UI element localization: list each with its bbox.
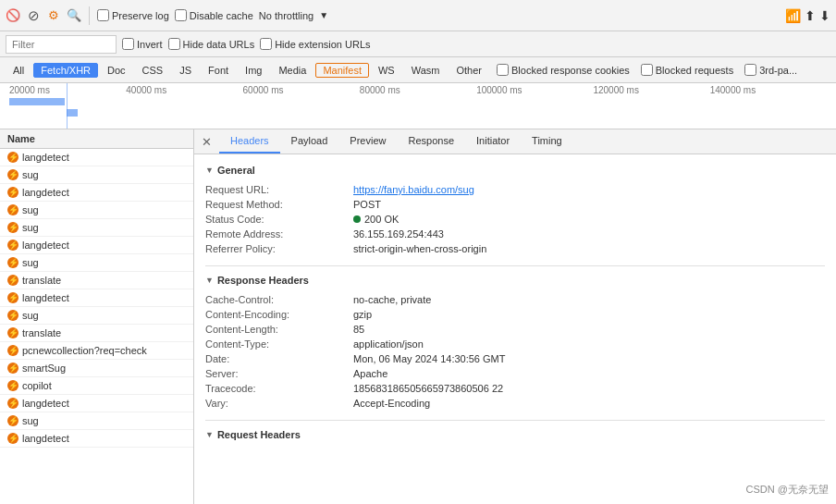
request-icon: ⚡ <box>7 363 18 374</box>
list-item[interactable]: ⚡translate <box>0 325 193 342</box>
list-item[interactable]: ⚡copilot <box>0 377 193 395</box>
list-item[interactable]: ⚡langdetect <box>0 289 193 307</box>
detail-tab-timing[interactable]: Timing <box>521 129 573 154</box>
list-item[interactable]: ⚡translate <box>0 272 193 289</box>
detail-content: General Request URL: https://fanyi.baidu… <box>194 154 836 450</box>
general-section-header[interactable]: General <box>205 160 825 180</box>
filter-icon[interactable]: ⚙ <box>46 8 61 23</box>
third-party-checkbox[interactable]: 3rd-pa... <box>744 64 797 76</box>
list-item[interactable]: ⚡langdetect <box>0 395 193 412</box>
request-method-row: Request Method: POST <box>205 197 825 212</box>
list-header: Name <box>0 129 193 149</box>
preserve-log-checkbox[interactable]: Preserve log <box>97 9 169 21</box>
content-length-value: 85 <box>353 324 364 335</box>
server-row: Server: Apache <box>205 366 825 381</box>
tab-img[interactable]: Img <box>238 63 269 78</box>
list-item[interactable]: ⚡langdetect <box>0 430 193 448</box>
tab-wasm[interactable]: Wasm <box>404 63 448 78</box>
toolbar: 🚫 ⊘ ⚙ 🔍 Preserve log Disable cache No th… <box>0 0 836 31</box>
tab-other[interactable]: Other <box>449 63 489 78</box>
list-item[interactable]: ⚡smartSug <box>0 360 193 377</box>
tracecode-label: Tracecode: <box>205 383 353 394</box>
date-label: Date: <box>205 353 353 364</box>
list-item[interactable]: ⚡sug <box>0 254 193 272</box>
list-item[interactable]: ⚡langdetect <box>0 149 193 166</box>
detail-tab-headers[interactable]: Headers <box>219 129 280 154</box>
search-icon[interactable]: 🔍 <box>67 8 81 23</box>
type-tabs-bar: All Fetch/XHR Doc CSS JS Font Img Media … <box>0 57 836 83</box>
referrer-policy-row: Referrer Policy: strict-origin-when-cros… <box>205 241 825 256</box>
response-headers-section-header[interactable]: Response Headers <box>205 270 825 290</box>
tab-js[interactable]: JS <box>172 63 199 78</box>
invert-checkbox[interactable]: Invert <box>122 38 163 50</box>
filter-input[interactable] <box>6 35 117 54</box>
request-headers-section-header[interactable]: Request Headers <box>205 424 825 445</box>
timeline-ruler: 20000 ms 40000 ms 60000 ms 80000 ms 1000… <box>0 85 836 95</box>
request-icon: ⚡ <box>7 257 18 268</box>
request-name: sug <box>22 415 39 426</box>
request-name: langdetect <box>22 152 69 163</box>
block-icon[interactable]: 🚫 <box>6 8 20 23</box>
request-icon: ⚡ <box>7 222 18 233</box>
request-url-value[interactable]: https://fanyi.baidu.com/sug <box>353 184 474 195</box>
main-panel: Name ⚡langdetect⚡sug⚡langdetect⚡sug⚡sug⚡… <box>0 129 836 504</box>
tab-css[interactable]: CSS <box>135 63 171 78</box>
content-encoding-row: Content-Encoding: gzip <box>205 307 825 322</box>
detail-tab-response[interactable]: Response <box>397 129 465 154</box>
cache-control-value: no-cache, private <box>353 294 431 305</box>
list-item[interactable]: ⚡sug <box>0 166 193 184</box>
content-encoding-label: Content-Encoding: <box>205 309 353 320</box>
tab-manifest[interactable]: Manifest <box>315 63 369 78</box>
referrer-policy-label: Referrer Policy: <box>205 243 353 254</box>
request-name: pcnewcollection?req=check <box>22 345 147 356</box>
list-item[interactable]: ⚡sug <box>0 219 193 237</box>
list-item[interactable]: ⚡sug <box>0 412 193 430</box>
status-code-label: Status Code: <box>205 214 353 225</box>
tab-ws[interactable]: WS <box>371 63 402 78</box>
throttle-label: No throttling <box>259 10 314 21</box>
request-icon: ⚡ <box>7 310 18 321</box>
tab-fetch-xhr[interactable]: Fetch/XHR <box>33 63 98 78</box>
detail-tab-initiator[interactable]: Initiator <box>465 129 521 154</box>
clear-icon[interactable]: ⊘ <box>26 8 41 23</box>
request-name: langdetect <box>22 398 69 409</box>
request-name: translate <box>22 275 61 286</box>
list-item[interactable]: ⚡langdetect <box>0 184 193 202</box>
tab-media[interactable]: Media <box>271 63 314 78</box>
blocked-requests-checkbox[interactable]: Blocked requests <box>641 64 733 76</box>
throttle-arrow[interactable]: ▼ <box>319 10 328 20</box>
tab-font[interactable]: Font <box>201 63 236 78</box>
detail-tab-preview[interactable]: Preview <box>338 129 397 154</box>
list-item[interactable]: ⚡sug <box>0 202 193 219</box>
mark-120000: 120000 ms <box>593 85 709 95</box>
divider-2 <box>205 420 825 421</box>
tracecode-row: Tracecode: 185683186505665973860506 22 <box>205 381 825 396</box>
request-name: langdetect <box>22 240 69 251</box>
hide-ext-urls-checkbox[interactable]: Hide extension URLs <box>260 38 370 50</box>
request-name: sug <box>22 310 39 321</box>
detail-tab-payload[interactable]: Payload <box>280 129 339 154</box>
list-item[interactable]: ⚡pcnewcollection?req=check <box>0 342 193 360</box>
tab-all[interactable]: All <box>6 63 31 78</box>
request-icon: ⚡ <box>7 275 18 286</box>
request-icon: ⚡ <box>7 204 18 215</box>
close-detail-icon[interactable]: ✕ <box>202 135 212 149</box>
upload-icon[interactable]: ⬆ <box>805 8 816 23</box>
blocked-cookies-checkbox[interactable]: Blocked response cookies <box>497 64 630 76</box>
timeline-cursor <box>67 83 68 129</box>
request-icon: ⚡ <box>7 380 18 391</box>
disable-cache-checkbox[interactable]: Disable cache <box>175 9 253 21</box>
list-item[interactable]: ⚡langdetect <box>0 237 193 254</box>
wifi-icon[interactable]: 📶 <box>785 8 801 23</box>
request-icon: ⚡ <box>7 433 18 444</box>
list-item[interactable]: ⚡sug <box>0 307 193 325</box>
download-icon[interactable]: ⬇ <box>819 8 830 23</box>
tab-doc[interactable]: Doc <box>100 63 133 78</box>
tracecode-value: 185683186505665973860506 22 <box>353 383 503 394</box>
request-list: Name ⚡langdetect⚡sug⚡langdetect⚡sug⚡sug⚡… <box>0 129 194 504</box>
watermark: CSDN @无奈无望 <box>746 483 829 497</box>
content-type-value: application/json <box>353 338 424 350</box>
timeline: 20000 ms 40000 ms 60000 ms 80000 ms 1000… <box>0 83 836 129</box>
request-icon: ⚡ <box>7 152 18 163</box>
hide-data-urls-checkbox[interactable]: Hide data URLs <box>168 38 255 50</box>
